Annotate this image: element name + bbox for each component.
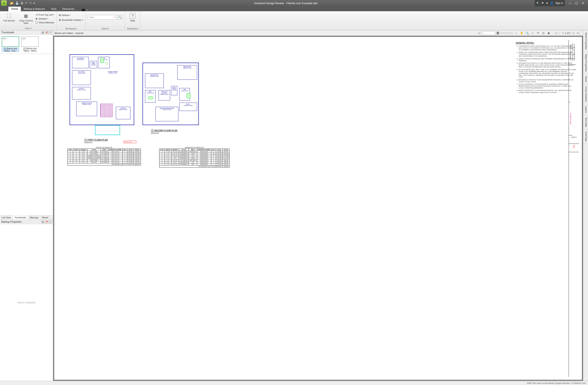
- window-title: Autodesk Design Review FileInfo.com Exam…: [37, 2, 535, 5]
- help-button[interactable]: ? Help: [127, 12, 138, 23]
- shaded-icon: ◐: [36, 17, 38, 20]
- layout-icon: ▤: [59, 14, 61, 17]
- tab-resources[interactable]: Resources: [59, 7, 77, 11]
- tab-markups[interactable]: Markups: [28, 215, 41, 220]
- thumbnail-1[interactable]: ▦▦▦▭▭ [1] Blocks and Tables - Imp...: [2, 37, 19, 52]
- title-block: LAKE WASHINGTON TECHNICAL COLLEGEKirklan…: [569, 40, 579, 377]
- tab-markup-measure[interactable]: Markup & Measure: [21, 7, 48, 11]
- tab-list-view[interactable]: List View: [0, 215, 13, 220]
- pane-pin-icon[interactable]: 📌: [45, 31, 48, 34]
- group-label-search: Search: [88, 27, 123, 30]
- qat-save-icon[interactable]: 💾: [15, 1, 19, 5]
- fp1-title: 1 FIRST FLOOR PLAN SCALE 1/4"=1': [84, 139, 108, 143]
- sheet-name: Blocks and Tables - Imperial: [55, 32, 83, 34]
- drawing-canvas[interactable]: GENERAL NOTES: FOUNDATION VENTILATION EQ…: [54, 37, 582, 380]
- tab-object-properties[interactable]: Object Properties: [583, 52, 588, 74]
- flag-icon[interactable]: ⚑: [542, 2, 544, 5]
- checkbox-icon: ✓: [36, 21, 38, 24]
- help-icon: ?: [130, 13, 135, 19]
- left-panel: Thumbnails ▤ 📌 ✕ ▦▦▦▭▭ [1] Blocks and Ta…: [0, 30, 53, 381]
- steering-icon[interactable]: ◉: [547, 31, 551, 35]
- search-button[interactable]: 🔍: [118, 15, 123, 19]
- qat-dropdown-icon[interactable]: ▾: [33, 1, 35, 5]
- close-button[interactable]: ✕: [582, 1, 584, 5]
- page-indicator: 1 of 2: [565, 32, 570, 34]
- ribbon-tabs: Home Markup & Measure Tools Resources ▾: [0, 6, 588, 11]
- maximize-button[interactable]: ▢: [575, 1, 578, 5]
- canvas-area: Blocks and Tables - Imperial ▭ ⌂ ✋ 🔍 ⬚ ⟲…: [53, 30, 583, 381]
- markup-props-title: Markup Properties: [1, 220, 22, 223]
- zoom-combo[interactable]: [483, 31, 495, 35]
- minimize-button[interactable]: —: [569, 1, 571, 5]
- qat-print-icon[interactable]: 🖶: [21, 1, 23, 5]
- video-pill-icon[interactable]: [82, 9, 85, 11]
- zoom-window-icon[interactable]: ⬚: [530, 31, 535, 35]
- pane-options-icon[interactable]: ▤: [41, 220, 44, 223]
- markup-props-body: None Available: [0, 224, 53, 381]
- thumbnail-image: ▦▦▦▭▭: [2, 37, 19, 47]
- orbit-icon[interactable]: ⟲: [536, 31, 540, 35]
- binoculars-icon[interactable]: 🔍: [536, 2, 539, 5]
- tab-sheet-properties[interactable]: Sheet Properties: [583, 30, 588, 52]
- tab-views[interactable]: Views: [583, 74, 588, 84]
- window-schedule: WINDOW SCHEDULE SYM.WIDTHHEIGHTSTYLEREF#…: [159, 147, 230, 168]
- markup-properties-pane: Markup Properties ▤ 📌 ✕ None Available: [0, 220, 53, 381]
- tab-home[interactable]: Home: [8, 7, 21, 11]
- pane-pin-icon[interactable]: 📌: [45, 220, 48, 223]
- qat-undo-icon[interactable]: ↶: [25, 1, 27, 5]
- markup-callout[interactable]: Revision note: [124, 141, 136, 143]
- search-input[interactable]: Find...▾: [88, 15, 117, 19]
- show-markups-checkbox[interactable]: ✓Show Markups: [36, 21, 54, 24]
- prev-page-icon[interactable]: ◁: [554, 31, 558, 35]
- ribbon-group-search: Find...▾ 🔍 Search: [86, 11, 125, 30]
- ribbon-group-assistance: ? Help Assistance: [125, 11, 140, 30]
- next2-icon[interactable]: ▷⎸: [577, 31, 581, 35]
- home-icon[interactable]: ⌂: [514, 31, 518, 35]
- fp2-title: 2 SECOND FLOOR PLAN SCALE 1/4"=1': [151, 129, 177, 134]
- zoom-icon[interactable]: 🔍: [525, 31, 529, 35]
- quick-access-toolbar: 📂 💾 🖶 ↶ ↷ ▾: [8, 1, 37, 5]
- tab-layers[interactable]: Layers: [583, 104, 588, 115]
- group-label-view[interactable]: View ▾: [2, 26, 54, 30]
- tab-thumbnails[interactable]: Thumbnails: [13, 215, 28, 220]
- thumbnails-header: Thumbnails ▤ 📌 ✕: [0, 30, 53, 35]
- tab-tools[interactable]: Tools: [48, 7, 59, 11]
- nav-icon[interactable]: ◎: [541, 31, 546, 35]
- select-tool-icon[interactable]: ▭: [477, 31, 481, 35]
- pan-icon[interactable]: ✋: [520, 31, 524, 35]
- ribbon-dropdown-icon[interactable]: ▾: [86, 9, 87, 11]
- tab-cross-sections[interactable]: Cross Sections: [583, 84, 588, 104]
- fullscreen-button[interactable]: ⛶ Full Screen: [2, 12, 16, 25]
- signin-link[interactable]: Sign In: [555, 2, 563, 5]
- tab-model[interactable]: Model: [41, 215, 50, 220]
- copy-view-button[interactable]: ▦ Copy Current View: [18, 12, 34, 25]
- next-page-icon[interactable]: ▷: [572, 31, 576, 35]
- show-hide-palettes-dropdown[interactable]: ▥Show/Hide Palettes ▾: [59, 18, 83, 22]
- default-workspace-dropdown[interactable]: ▤Default ▾: [59, 13, 83, 17]
- group-label-workspace: Workspace: [59, 27, 83, 30]
- thumbnail-2[interactable]: ▦▦▦▭▭ [2] Blocks and Tables - Metric: [21, 37, 39, 52]
- prev2-icon[interactable]: ⎸◁: [559, 31, 563, 35]
- fullscreen-icon: ⛶: [6, 13, 13, 19]
- thumbnail-caption: [2] Blocks and Tables - Metric: [21, 47, 39, 52]
- tab-grid-data[interactable]: Grid Data: [583, 129, 588, 144]
- general-notes: GENERAL NOTES: FOUNDATION VENTILATION EQ…: [516, 42, 576, 94]
- ribbon: ⛶ Full Screen ▦ Copy Current View ◳Front…: [0, 11, 588, 30]
- binoculars-icon: 🔍: [119, 16, 122, 19]
- first-floor-plan: LAUNDRYTILE FLOOR HALLHRWD FLOOR B/RTILE…: [70, 54, 134, 125]
- qat-open-icon[interactable]: 📂: [10, 1, 14, 5]
- qat-redo-icon[interactable]: ↷: [29, 1, 32, 5]
- group-label-assistance: Assistance: [127, 27, 138, 30]
- zoom-slider[interactable]: [496, 33, 513, 34]
- ribbon-group-view: ⛶ Full Screen ▦ Copy Current View ◳Front…: [0, 11, 57, 30]
- status-text: .DWF file open in Autodesk Design Review…: [526, 382, 586, 384]
- pane-close-icon[interactable]: ✕: [49, 220, 52, 223]
- cube-icon: ◳: [36, 13, 38, 16]
- star-icon[interactable]: ★: [546, 2, 548, 5]
- shaded-dropdown[interactable]: ◐Shaded ▾: [36, 17, 54, 20]
- user-icon: 👤: [550, 2, 553, 5]
- pane-options-icon[interactable]: ▤: [41, 31, 44, 34]
- pane-close-icon[interactable]: ✕: [49, 31, 52, 34]
- tab-text-data[interactable]: Text Data: [583, 115, 588, 129]
- front-top-left-dropdown[interactable]: ◳Front Top Left ▾: [36, 13, 54, 17]
